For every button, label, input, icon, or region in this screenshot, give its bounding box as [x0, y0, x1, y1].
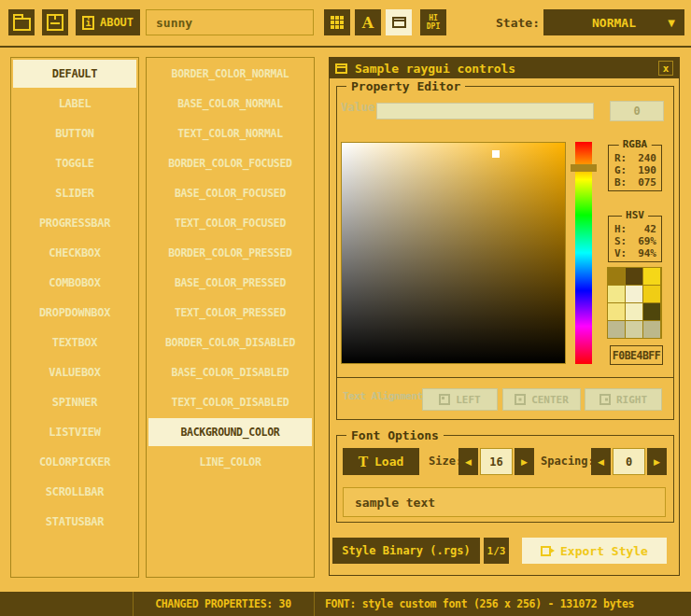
- info-icon: [82, 16, 94, 30]
- font-load-button[interactable]: T Load: [343, 448, 419, 475]
- chevron-left-icon: ◀: [465, 457, 472, 467]
- chevron-left-icon: ◀: [598, 457, 604, 467]
- hex-value-box[interactable]: F0BE4BFF: [610, 345, 663, 365]
- font-mode-button[interactable]: A: [355, 9, 381, 35]
- about-button[interactable]: ABOUT: [76, 9, 140, 35]
- hsv-value-row: V:94%: [614, 247, 656, 259]
- properties-list: BORDER_COLOR_NORMALBASE_COLOR_NORMALTEXT…: [146, 57, 315, 578]
- control-item-textbox[interactable]: TEXTBOX: [13, 329, 136, 357]
- property-item-base_color_pressed[interactable]: BASE_COLOR_PRESSED: [148, 269, 312, 297]
- palette-swatch-8[interactable]: [643, 303, 660, 320]
- control-item-dropdownbox[interactable]: DROPDOWNBOX: [13, 299, 136, 327]
- property-item-border_color_normal[interactable]: BORDER_COLOR_NORMAL: [148, 60, 312, 88]
- property-item-background_color[interactable]: BACKGROUND_COLOR: [148, 418, 312, 446]
- property-item-base_color_focused[interactable]: BASE_COLOR_FOCUSED: [148, 179, 312, 207]
- control-item-toggle[interactable]: TOGGLE: [13, 149, 136, 177]
- palette-swatch-10[interactable]: [626, 321, 642, 338]
- hue-slider-handle[interactable]: [571, 164, 597, 172]
- palette-swatch-11[interactable]: [643, 321, 660, 338]
- property-item-text_color_pressed[interactable]: TEXT_COLOR_PRESSED: [148, 299, 312, 327]
- value-box[interactable]: 0: [610, 101, 664, 121]
- property-item-border_color_disabled[interactable]: BORDER_COLOR_DISABLED: [148, 329, 312, 357]
- size-value-box[interactable]: 16: [480, 448, 513, 475]
- font-info-status: FONT: style custom font (256 x 256) - 13…: [325, 592, 634, 616]
- color-picker-cursor[interactable]: [492, 150, 500, 158]
- export-icon: [541, 546, 551, 556]
- style-name-input[interactable]: [146, 9, 314, 35]
- state-dropdown[interactable]: NORMAL ▼: [543, 9, 684, 35]
- spacing-value-box[interactable]: 0: [613, 448, 645, 475]
- control-item-default[interactable]: DEFAULT: [13, 60, 136, 88]
- toolbar-separator: [0, 46, 691, 48]
- spacing-decrement-button[interactable]: ◀: [591, 448, 611, 475]
- chevron-right-icon: ▶: [521, 457, 528, 467]
- rguistyler-app: ABOUT A HI DPI State: NORMAL ▼ DEFAULTLA…: [0, 0, 691, 616]
- property-item-line_color[interactable]: LINE_COLOR: [148, 448, 312, 476]
- property-item-text_color_focused[interactable]: TEXT_COLOR_FOCUSED: [148, 209, 312, 237]
- align-right-icon: [599, 394, 611, 405]
- control-item-scrollbar[interactable]: SCROLLBAR: [13, 478, 136, 506]
- align-left-button[interactable]: LEFT: [422, 388, 498, 411]
- control-item-spinner[interactable]: SPINNER: [13, 388, 136, 416]
- folder-icon: [13, 18, 31, 31]
- state-value: NORMAL: [592, 16, 636, 30]
- changed-properties-status: CHANGED PROPERTIES: 30: [133, 592, 314, 616]
- palette-swatch-1[interactable]: [626, 268, 642, 285]
- control-item-combobox[interactable]: COMBOBOX: [13, 269, 136, 297]
- palette-swatch-2[interactable]: [643, 268, 660, 285]
- palette-swatch-5[interactable]: [643, 286, 660, 302]
- property-item-border_color_pressed[interactable]: BORDER_COLOR_PRESSED: [148, 239, 312, 267]
- control-item-button[interactable]: BUTTON: [13, 119, 136, 147]
- export-style-button[interactable]: Export Style: [522, 538, 667, 564]
- close-icon[interactable]: x: [658, 61, 673, 76]
- rgba-red-row: R:240: [614, 152, 656, 164]
- hidpi-button[interactable]: HI DPI: [420, 9, 446, 35]
- sample-controls-window: Sample raygui controls x Property Editor…: [329, 57, 680, 576]
- property-item-base_color_normal[interactable]: BASE_COLOR_NORMAL: [148, 90, 312, 118]
- align-left-icon: [439, 394, 450, 405]
- status-divider: [314, 592, 315, 616]
- property-item-text_color_disabled[interactable]: TEXT_COLOR_DISABLED: [148, 388, 312, 416]
- color-picker-panel[interactable]: [341, 142, 566, 364]
- hue-bar[interactable]: [575, 142, 592, 364]
- palette-swatch-6[interactable]: [608, 303, 625, 320]
- controls-window-mode-button[interactable]: [386, 9, 412, 35]
- control-item-valuebox[interactable]: VALUEBOX: [13, 358, 136, 386]
- chevron-right-icon: ▶: [654, 457, 660, 467]
- sample-text-input[interactable]: sample text: [343, 487, 666, 517]
- window-titlebar[interactable]: Sample raygui controls x: [330, 58, 679, 78]
- control-item-label[interactable]: LABEL: [13, 90, 136, 118]
- control-item-slider[interactable]: SLIDER: [13, 179, 136, 207]
- window-icon: [392, 17, 406, 28]
- property-editor-divider: [336, 377, 674, 378]
- about-label: ABOUT: [100, 16, 134, 29]
- spacing-increment-button[interactable]: ▶: [647, 448, 667, 475]
- chevron-down-icon: ▼: [668, 18, 675, 28]
- size-increment-button[interactable]: ▶: [515, 448, 534, 475]
- palette-swatch-4[interactable]: [626, 286, 642, 302]
- control-item-progressbar[interactable]: PROGRESSBAR: [13, 209, 136, 237]
- status-bar: CHANGED PROPERTIES: 30 FONT: style custo…: [0, 592, 691, 616]
- control-item-statusbar[interactable]: STATUSBAR: [13, 508, 136, 536]
- style-table-mode-button[interactable]: [324, 9, 350, 35]
- open-file-button[interactable]: [8, 9, 35, 35]
- value-slider[interactable]: [376, 103, 594, 119]
- size-decrement-button[interactable]: ◀: [458, 448, 478, 475]
- align-right-button[interactable]: RIGHT: [585, 388, 662, 411]
- palette-swatch-7[interactable]: [626, 303, 642, 320]
- palette-swatch-0[interactable]: [608, 268, 625, 285]
- align-center-button[interactable]: CENTER: [502, 388, 581, 411]
- property-item-border_color_focused[interactable]: BORDER_COLOR_FOCUSED: [148, 149, 312, 177]
- control-item-listview[interactable]: LISTVIEW: [13, 418, 136, 446]
- property-item-text_color_normal[interactable]: TEXT_COLOR_NORMAL: [148, 119, 312, 147]
- save-file-button[interactable]: [42, 9, 68, 35]
- format-pager[interactable]: 1/3: [484, 538, 509, 564]
- property-item-base_color_disabled[interactable]: BASE_COLOR_DISABLED: [148, 358, 312, 386]
- property-editor-label: Property Editor: [346, 79, 465, 93]
- control-item-checkbox[interactable]: CHECKBOX: [13, 239, 136, 267]
- control-item-colorpicker[interactable]: COLORPICKER: [13, 448, 136, 476]
- rgba-blue-row: B:075: [614, 176, 656, 189]
- palette-swatch-9[interactable]: [608, 321, 625, 338]
- palette-swatch-3[interactable]: [608, 286, 625, 302]
- style-binary-format-button[interactable]: Style Binary (.rgs): [332, 538, 480, 564]
